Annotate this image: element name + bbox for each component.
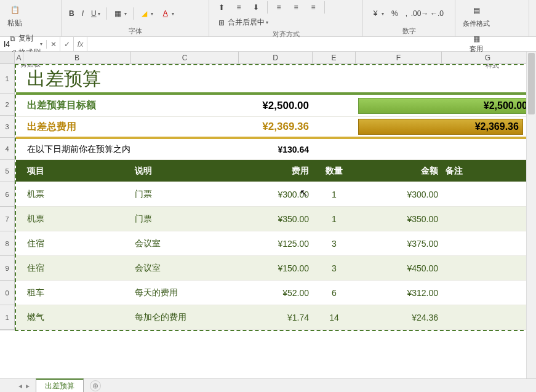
underline-button[interactable]: U▾ bbox=[89, 8, 103, 19]
cond-format-icon: ▤ bbox=[469, 3, 484, 18]
cell-qty: 1 bbox=[313, 207, 356, 231]
fx-button[interactable]: fx bbox=[74, 37, 87, 51]
cell-remark bbox=[442, 182, 534, 206]
cell-desc: 每天的费用 bbox=[131, 281, 239, 305]
tab-nav: ◂ ▸ bbox=[12, 382, 36, 390]
title-row: 出差预算 bbox=[16, 65, 536, 95]
name-box-value: I4 bbox=[4, 40, 10, 49]
th-item: 项目 bbox=[23, 160, 131, 182]
sheet-tab-active[interactable]: 出差预算 bbox=[36, 378, 84, 392]
row-header[interactable]: 0 bbox=[0, 281, 15, 305]
paste-label: 粘贴 bbox=[7, 18, 22, 28]
spreadsheet-grid: A B C D E F G 1 2 3 4 5 6 7 8 9 0 1 出差预算 bbox=[0, 52, 536, 331]
paste-button[interactable]: 📋 粘贴 bbox=[5, 1, 25, 30]
align-center-button[interactable]: ≡ bbox=[289, 1, 303, 14]
row-header[interactable]: 1 bbox=[0, 305, 15, 330]
budget-target-label: 出差预算目标额 bbox=[23, 95, 131, 116]
vertical-scrollbar[interactable] bbox=[526, 52, 536, 378]
italic-button[interactable]: I bbox=[79, 8, 86, 19]
cell-amount: ¥24.36 bbox=[356, 305, 442, 329]
cells-area[interactable]: 出差预算 出差预算目标额 ¥2,500.00 ¥2,500.00 出差总费用 ¥… bbox=[15, 64, 536, 331]
merge-button[interactable]: ⊞合并后居中▾ bbox=[214, 16, 271, 29]
row-header[interactable]: 8 bbox=[0, 231, 15, 256]
select-all-corner[interactable] bbox=[0, 52, 15, 63]
ribbon-group-number: ¥▾ % , .00→ ←.0 数字 bbox=[363, 0, 455, 37]
th-desc: 说明 bbox=[131, 160, 239, 182]
row-headers: 1 2 3 4 5 6 7 8 9 0 1 bbox=[0, 64, 15, 331]
fill-color-button[interactable]: ◢▾ bbox=[137, 7, 156, 20]
currency-button[interactable]: ¥▾ bbox=[368, 7, 386, 20]
row-header[interactable]: 5 bbox=[0, 160, 15, 182]
font-color-icon: A bbox=[161, 9, 170, 18]
comma-button[interactable]: , bbox=[403, 8, 410, 19]
col-header-a[interactable]: A bbox=[15, 52, 23, 63]
align-bottom-icon: ⬇ bbox=[251, 2, 261, 12]
row-header[interactable]: 9 bbox=[0, 256, 15, 281]
tab-prev-button[interactable]: ◂ bbox=[18, 382, 22, 390]
bold-button[interactable]: B bbox=[66, 8, 77, 19]
row-header[interactable]: 2 bbox=[0, 94, 15, 116]
border-button[interactable]: ▦▾ bbox=[111, 7, 129, 20]
paste-icon: 📋 bbox=[7, 2, 22, 17]
ribbon-group-styles: ▤ 条件格式 ▦ 套用 表格格式 样式 bbox=[455, 0, 529, 37]
font-color-button[interactable]: A▾ bbox=[158, 7, 177, 20]
table-row[interactable]: 住宿会议室¥150.003¥450.00 bbox=[16, 256, 536, 281]
cell-qty: 3 bbox=[313, 256, 356, 280]
tab-next-button[interactable]: ▸ bbox=[26, 382, 30, 390]
decrease-decimal-button[interactable]: ←.0 bbox=[430, 7, 444, 20]
cell-remark bbox=[442, 305, 534, 329]
row-header[interactable]: 7 bbox=[0, 207, 15, 231]
table-row[interactable]: 机票门票¥350.001¥350.00 bbox=[16, 207, 536, 231]
align-bottom-button[interactable]: ⬇ bbox=[249, 1, 263, 14]
cell-item: 租车 bbox=[23, 281, 131, 305]
align-right-button[interactable]: ≡ bbox=[306, 1, 321, 14]
sheet-tab-bar: ◂ ▸ 出差预算 ⊕ bbox=[0, 378, 536, 392]
increase-decimal-button[interactable]: .00→ bbox=[412, 7, 427, 20]
cell-qty: 1 bbox=[313, 182, 356, 206]
ribbon-toolbar: 📋 粘贴 ⧉ 复制 🖌 格式刷 剪贴板 B I U▾ ▦▾ bbox=[0, 0, 536, 37]
ribbon-group-font: B I U▾ ▦▾ ◢▾ A▾ 字体 bbox=[62, 0, 209, 37]
percent-button[interactable]: % bbox=[389, 8, 401, 19]
col-header-g[interactable]: G bbox=[442, 52, 534, 63]
col-header-f[interactable]: F bbox=[356, 52, 442, 63]
cancel-button[interactable]: ✕ bbox=[47, 37, 60, 51]
total-cost-bar: ¥2,369.36 bbox=[358, 119, 523, 135]
align-middle-button[interactable]: ≡ bbox=[231, 1, 246, 14]
ribbon-group-clipboard: 📋 粘贴 ⧉ 复制 🖌 格式刷 剪贴板 bbox=[0, 0, 62, 37]
row-header[interactable]: 4 bbox=[0, 138, 15, 160]
conditional-format-button[interactable]: ▤ 条件格式 bbox=[460, 1, 492, 30]
column-headers: A B C D E F G bbox=[0, 52, 536, 64]
col-header-e[interactable]: E bbox=[313, 52, 356, 63]
align-left-button[interactable]: ≡ bbox=[271, 1, 286, 14]
table-header-row: 项目 说明 费用 数量 金额 备注 bbox=[16, 160, 536, 182]
cell-qty: 3 bbox=[313, 231, 356, 255]
row-header[interactable]: 3 bbox=[0, 116, 15, 138]
table-row[interactable]: 租车每天的费用¥52.006¥312.00 bbox=[16, 281, 536, 305]
table-row[interactable]: 燃气每加仑的费用¥1.7414¥24.36 bbox=[16, 305, 536, 330]
cell-desc: 会议室 bbox=[131, 231, 239, 255]
cell-amount: ¥312.00 bbox=[356, 281, 442, 305]
fill-icon: ◢ bbox=[140, 9, 150, 18]
confirm-button[interactable]: ✓ bbox=[60, 37, 74, 51]
row-header[interactable]: 1 bbox=[0, 64, 15, 94]
name-box[interactable]: I4 ▾ bbox=[0, 40, 47, 49]
th-amount: 金额 bbox=[356, 160, 442, 182]
table-row[interactable]: 住宿会议室¥125.003¥375.00 bbox=[16, 231, 536, 256]
alignment-group-label: 对齐方式 bbox=[214, 29, 358, 39]
th-cost: 费用 bbox=[239, 160, 313, 182]
budget-target-bar: ¥2,500.00 bbox=[358, 98, 532, 114]
align-top-button[interactable]: ⬆ bbox=[214, 1, 229, 14]
number-group-label: 数字 bbox=[368, 26, 450, 36]
table-row[interactable]: 机票门票¥300.001¥300.00 bbox=[16, 182, 536, 207]
col-header-d[interactable]: D bbox=[239, 52, 313, 63]
budget-target-row: 出差预算目标额 ¥2,500.00 ¥2,500.00 bbox=[16, 95, 536, 117]
add-sheet-button[interactable]: ⊕ bbox=[90, 380, 101, 391]
table-format-icon: ▦ bbox=[469, 33, 484, 44]
col-header-b[interactable]: B bbox=[23, 52, 131, 63]
col-header-c[interactable]: C bbox=[131, 52, 239, 63]
cell-amount: ¥350.00 bbox=[356, 207, 442, 231]
font-group-label: 字体 bbox=[66, 26, 204, 36]
row-header[interactable]: 6 bbox=[0, 182, 15, 207]
budget-target-value: ¥2,500.00 bbox=[239, 95, 313, 116]
cell-item: 住宿 bbox=[23, 231, 131, 255]
